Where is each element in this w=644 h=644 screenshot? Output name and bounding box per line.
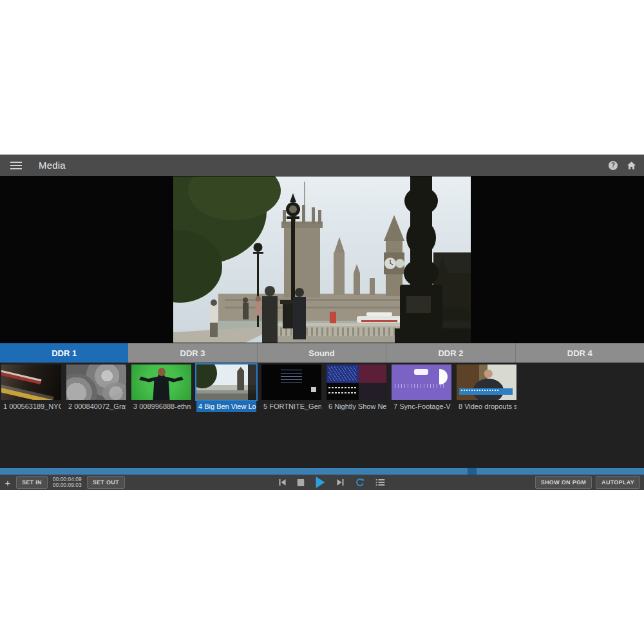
- set-in-button[interactable]: SET IN: [16, 476, 48, 489]
- clip-label: 1 000563189_NYC su...: [1, 401, 61, 412]
- media-clip[interactable]: 1 000563189_NYC su...: [1, 365, 61, 412]
- clip-label: 2 000840072_Gray M...: [66, 401, 126, 412]
- clip-thumbnail: [1, 365, 61, 400]
- screenshot-page: Media ?: [0, 0, 644, 644]
- media-player-window: Media ?: [0, 155, 644, 490]
- output-controls: SHOW ON PGM AUTOPLAY: [535, 476, 644, 489]
- tab-label: DDR 4: [567, 348, 592, 358]
- bigben-preview-art: [173, 176, 471, 343]
- skip-start-icon[interactable]: [279, 478, 287, 486]
- show-on-pgm-button[interactable]: SHOW ON PGM: [535, 476, 592, 489]
- clip-label: 6 Nightly Show News: [327, 401, 386, 412]
- tab-ddr-3[interactable]: DDR 3: [128, 343, 256, 363]
- tab-sound[interactable]: Sound: [257, 343, 386, 363]
- tab-label: Sound: [308, 348, 334, 358]
- preview-stage: [0, 176, 644, 343]
- tab-ddr-4[interactable]: DDR 4: [515, 343, 644, 363]
- transport-bar: + SET IN 00:00:04:09 00:00:09:03 SET OUT: [0, 475, 644, 490]
- media-clip[interactable]: 3 008996888-ethnic-f...: [131, 365, 191, 412]
- ddr-tab-bar: DDR 1 DDR 3 Sound DDR 2 DDR 4: [0, 343, 644, 363]
- help-icon[interactable]: ?: [609, 161, 618, 170]
- tab-ddr-2[interactable]: DDR 2: [386, 343, 515, 363]
- media-clip[interactable]: 7 Sync-Footage-V1-H...: [392, 365, 451, 412]
- stop-icon[interactable]: [298, 479, 305, 486]
- media-clip[interactable]: 4 Big Ben View London: [196, 365, 256, 412]
- tab-label: DDR 3: [180, 348, 205, 358]
- trim-controls: + SET IN 00:00:04:09 00:00:09:03 SET OUT: [0, 476, 125, 489]
- clip-label: 7 Sync-Footage-V1-H...: [392, 401, 451, 412]
- clip-thumbnail: [196, 365, 256, 400]
- play-icon[interactable]: [316, 477, 326, 488]
- tab-ddr-1[interactable]: DDR 1: [0, 343, 128, 363]
- title-bar: Media ?: [0, 155, 644, 176]
- media-clip[interactable]: 5 FORTNITE_General_...: [261, 365, 321, 412]
- home-icon[interactable]: [627, 161, 636, 170]
- loop-icon[interactable]: [355, 478, 365, 488]
- clip-row: 1 000563189_NYC su... 2 000840072_Gray M…: [1, 365, 644, 412]
- playback-controls: [279, 477, 385, 488]
- clip-thumbnail: [457, 365, 516, 400]
- clip-thumbnail: [392, 365, 451, 400]
- media-clip[interactable]: 8 Video dropouts sa...: [457, 365, 516, 412]
- media-clip[interactable]: 6 Nightly Show News: [327, 365, 386, 412]
- autoplay-button[interactable]: AUTOPLAY: [596, 476, 640, 489]
- tab-label: DDR 2: [438, 348, 463, 358]
- title-bar-actions: ?: [609, 161, 636, 170]
- clip-thumbnail: [66, 365, 126, 400]
- skip-end-icon[interactable]: [337, 478, 345, 486]
- video-preview: [173, 176, 471, 343]
- clip-thumbnail: [261, 365, 321, 400]
- clip-thumbnail: [131, 365, 191, 400]
- playlist-icon[interactable]: [376, 478, 385, 486]
- timecode-display: 00:00:04:09 00:00:09:03: [52, 477, 83, 489]
- set-out-button[interactable]: SET OUT: [87, 476, 125, 489]
- clip-thumbnail: [327, 365, 386, 400]
- tab-label: DDR 1: [52, 348, 77, 358]
- media-bin: 1 000563189_NYC su... 2 000840072_Gray M…: [0, 363, 644, 468]
- menu-icon[interactable]: [10, 162, 22, 169]
- add-media-button[interactable]: +: [3, 478, 12, 488]
- clip-label: 5 FORTNITE_General_...: [261, 401, 321, 412]
- clip-label: 8 Video dropouts sa...: [457, 401, 516, 412]
- media-clip[interactable]: 2 000840072_Gray M...: [66, 365, 126, 412]
- scrub-bar[interactable]: [0, 468, 644, 475]
- clip-label: 4 Big Ben View London: [196, 401, 256, 412]
- clip-label: 3 008996888-ethnic-f...: [131, 401, 191, 412]
- timecode-out: 00:00:09:03: [53, 482, 82, 489]
- page-title: Media: [39, 160, 66, 171]
